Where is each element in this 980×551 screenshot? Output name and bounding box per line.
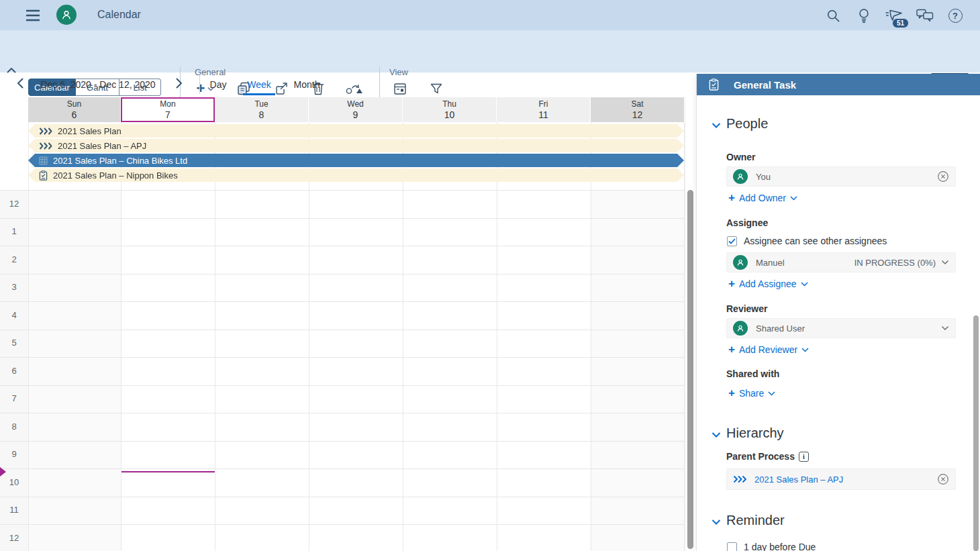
- day-header-tue[interactable]: Tue 8: [215, 97, 309, 122]
- plus-icon: +: [728, 389, 735, 398]
- plus-icon: +: [728, 345, 735, 354]
- info-icon[interactable]: i: [799, 452, 809, 462]
- panel-title: General Task: [734, 79, 796, 91]
- chevron-up-icon: [7, 67, 17, 73]
- collapse-hierarchy-chevron[interactable]: [712, 432, 721, 438]
- event-title: 2021 Sales Plan: [58, 126, 121, 136]
- day-header-fri[interactable]: Fri 11: [497, 97, 591, 122]
- collapse-people-chevron[interactable]: [712, 122, 721, 129]
- reviewer-name: Shared User: [756, 323, 805, 334]
- reminder-option: 1 day before Due: [727, 542, 816, 551]
- lightbulb-icon: [858, 8, 870, 23]
- day-header-thu[interactable]: Thu 10: [403, 97, 497, 122]
- plus-icon: +: [728, 193, 735, 203]
- calendar-view-icon: [393, 82, 407, 95]
- milestone-convert-icon: [346, 83, 363, 95]
- reviewer-label: Reviewer: [726, 303, 767, 314]
- parent-process-link[interactable]: 2021 Sales Plan – APJ: [754, 474, 843, 485]
- event-2021-sales-plan-china-bikes-selected[interactable]: 2021 Sales Plan – China Bikes Ltd: [28, 154, 684, 167]
- hour-label: 3: [0, 273, 28, 301]
- panel-scrollbar-thumb[interactable]: [973, 315, 979, 551]
- person-icon: [60, 8, 73, 21]
- chevron-down-icon: [801, 282, 808, 287]
- menu-button[interactable]: [26, 9, 40, 21]
- assignee-visibility-option: Assignee can see other assignees: [727, 236, 887, 246]
- hour-label: 6: [0, 357, 28, 385]
- avatar-icon: [733, 255, 748, 270]
- grid-icon: [39, 156, 48, 165]
- avatar-icon: [733, 169, 748, 184]
- toolbar: Calendar Gantt List General +: [0, 30, 980, 72]
- day-header-mon-selected[interactable]: Mon 7: [121, 97, 215, 122]
- search-icon: [826, 9, 840, 23]
- checkbox-checked[interactable]: [727, 236, 737, 246]
- chevron-right-icon: [176, 78, 183, 89]
- hour-label: 5: [0, 329, 28, 356]
- hour-label: 12: [0, 190, 28, 217]
- hour-label: 4: [0, 301, 28, 329]
- parent-process-label: Parent Process i: [726, 451, 809, 462]
- calendar-settings-button[interactable]: [391, 81, 409, 97]
- hour-label: 9: [0, 440, 28, 468]
- details-panel: General Task People Owner You + Add Owne…: [696, 74, 980, 551]
- add-owner-button[interactable]: + Add Owner: [728, 193, 797, 203]
- hour-label: 11: [0, 496, 28, 523]
- reviewer-dropdown-chevron[interactable]: [941, 325, 949, 331]
- previous-week-button[interactable]: [15, 78, 26, 89]
- filter-button[interactable]: [428, 81, 445, 97]
- event-2021-sales-plan[interactable]: 2021 Sales Plan: [28, 124, 684, 138]
- owner-label: Owner: [726, 152, 756, 162]
- hour-label: 1: [0, 217, 28, 245]
- hierarchy-section-heading: Hierarchy: [726, 425, 784, 441]
- people-section-heading: People: [726, 116, 768, 132]
- date-range-label[interactable]: Dec 6, 2020 - Dec 12, 2020: [40, 79, 156, 90]
- task-clipboard-icon: [39, 170, 48, 181]
- assignee-row[interactable]: Manuel IN PROGRESS (0%): [726, 252, 956, 272]
- task-clipboard-icon: [709, 79, 719, 91]
- share-button[interactable]: + Share: [728, 388, 775, 399]
- share-icon: [275, 82, 288, 95]
- time-grid[interactable]: [0, 190, 685, 551]
- user-avatar[interactable]: [56, 5, 77, 25]
- help-button[interactable]: ?: [947, 7, 963, 23]
- suggestions-button[interactable]: [856, 7, 872, 23]
- hour-label: 8: [0, 413, 28, 440]
- event-2021-sales-plan-nippon-bikes[interactable]: 2021 Sales Plan – Nippon Bikes: [28, 168, 684, 182]
- triple-chevron-icon: [39, 128, 52, 135]
- hour-label: 2: [0, 246, 28, 273]
- selected-tab-underline: [243, 93, 275, 95]
- help-icon: ?: [948, 9, 963, 23]
- event-2021-sales-plan-apj[interactable]: 2021 Sales Plan – APJ: [28, 139, 684, 152]
- plus-icon: +: [728, 279, 735, 289]
- chevron-down-icon: [801, 348, 809, 352]
- collapse-reminder-chevron[interactable]: [712, 519, 721, 525]
- search-button[interactable]: [825, 7, 841, 23]
- add-assignee-button[interactable]: + Add Assignee: [728, 279, 808, 289]
- panel-header: General Task: [697, 74, 980, 95]
- tab-day[interactable]: Day: [207, 79, 230, 90]
- assignee-label: Assignee: [726, 217, 768, 228]
- owner-name: You: [756, 172, 771, 182]
- owner-row[interactable]: You: [726, 166, 956, 187]
- add-reviewer-button[interactable]: + Add Reviewer: [728, 344, 809, 355]
- status-dropdown-chevron[interactable]: [941, 260, 949, 265]
- tab-week[interactable]: Week: [243, 79, 275, 90]
- day-header-sun[interactable]: Sun 6: [28, 97, 121, 122]
- day-header-sat[interactable]: Sat 12: [591, 97, 685, 122]
- event-title: 2021 Sales Plan – Nippon Bikes: [53, 170, 178, 181]
- hour-label: 12: [0, 524, 28, 551]
- collapse-header-button[interactable]: [7, 67, 17, 75]
- next-week-button[interactable]: [174, 78, 185, 89]
- tab-month[interactable]: Month: [291, 79, 322, 90]
- reviewer-row[interactable]: Shared User: [726, 318, 956, 338]
- convert-to-milestone-button[interactable]: [346, 81, 363, 97]
- triple-chevron-icon: [733, 475, 746, 483]
- chat-button[interactable]: [917, 7, 933, 23]
- chevron-left-icon: [17, 78, 23, 89]
- checkbox-unchecked[interactable]: [727, 542, 737, 551]
- remove-owner-button[interactable]: [937, 170, 949, 183]
- assignee-status: IN PROGRESS (0%): [854, 258, 936, 268]
- calendar-scrollbar-thumb[interactable]: [687, 190, 693, 549]
- day-header-wed[interactable]: Wed 9: [309, 97, 403, 122]
- remove-parent-button[interactable]: [937, 473, 949, 485]
